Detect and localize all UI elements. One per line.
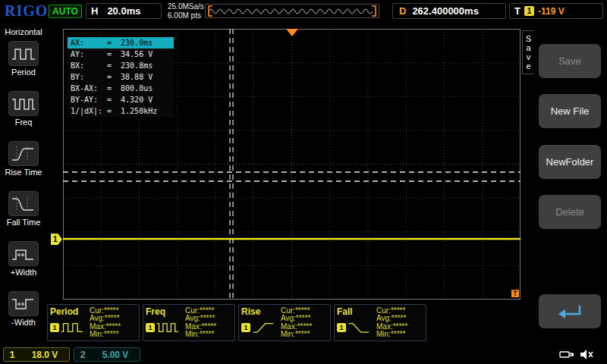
oscilloscope-screen: RIGOL AUTO H 20.0ms 25.0MSa/s 6.00M pts … bbox=[0, 0, 607, 364]
sidebar-item-fall-time[interactable]: Fall Time bbox=[0, 187, 47, 237]
rise-measure-icon bbox=[252, 321, 275, 334]
run-mode-badge: AUTO bbox=[49, 5, 82, 18]
horizontal-timebase-group[interactable]: H 20.0ms bbox=[86, 3, 162, 19]
trigger-level-marker[interactable] bbox=[511, 290, 519, 297]
memory-depth: 6.00M pts bbox=[168, 11, 204, 20]
channel-badge: 1 bbox=[50, 323, 59, 332]
measure-avg: Avg:***** bbox=[281, 315, 328, 322]
measure-min: Min:***** bbox=[281, 331, 328, 338]
channel2-badge[interactable]: 2 5.00 V bbox=[74, 347, 140, 362]
cursor-row-ay: AY: = 34.56 V bbox=[68, 49, 174, 60]
delay-value: 262.400000ms bbox=[412, 5, 478, 17]
usb-icon bbox=[559, 349, 574, 363]
measure-min: Min:***** bbox=[376, 331, 423, 338]
sidebar-item-plus-width[interactable]: +Width bbox=[0, 237, 47, 287]
delete-button[interactable]: Delete bbox=[539, 195, 601, 229]
trigger-position-marker[interactable] bbox=[286, 29, 298, 36]
timebase-value: 20.0ms bbox=[107, 5, 140, 17]
trigger-delay-group[interactable]: D 262.400000ms bbox=[392, 3, 506, 19]
measure-avg: Avg:***** bbox=[185, 315, 232, 322]
menu-tab-save[interactable]: Save bbox=[522, 30, 534, 74]
measure-min: Min:***** bbox=[185, 331, 232, 338]
sidebar-item-label: -Width bbox=[11, 318, 36, 327]
save-button[interactable]: Save bbox=[539, 44, 601, 78]
sidebar-item-period[interactable]: Period bbox=[0, 36, 47, 86]
measurement-title: Period bbox=[50, 306, 90, 317]
softkey-menu: Save Save New File NewFolder Delete bbox=[522, 23, 607, 346]
channel1-badge[interactable]: 1 18.0 V bbox=[3, 347, 70, 362]
channel-badge: 1 bbox=[146, 323, 155, 332]
sidebar-item-label: Freq bbox=[15, 118, 33, 127]
cursor-row-inv-dx: 1/|dX|: = 1.250kHz bbox=[68, 105, 174, 117]
channel2-id: 2 bbox=[74, 349, 91, 360]
sidebar-item-freq[interactable]: Freq bbox=[0, 86, 47, 136]
measurement-title: Fall bbox=[337, 306, 376, 317]
cursor-row-ax[interactable]: AX: = 230.0ms bbox=[68, 37, 174, 49]
period-icon bbox=[8, 41, 39, 66]
rise-time-icon bbox=[8, 141, 39, 166]
h-label: H bbox=[91, 5, 98, 17]
sidebar-item-rise-time[interactable]: Rise Time bbox=[0, 136, 47, 187]
waveform-preview-strip[interactable] bbox=[205, 4, 379, 18]
measure-min: Min:***** bbox=[90, 331, 137, 338]
d-label: D bbox=[399, 5, 406, 17]
new-folder-button[interactable]: NewFolder bbox=[539, 145, 601, 179]
sidebar-item-label: Period bbox=[11, 67, 36, 77]
sidebar-item-minus-width[interactable]: -Width bbox=[0, 287, 47, 337]
return-icon bbox=[555, 301, 585, 322]
measurement-panel-fall: Fall 1 Cur:***** Avg:***** Max:***** Min… bbox=[334, 304, 426, 341]
channel-badge: 1 bbox=[337, 323, 346, 332]
trigger-info-group[interactable]: T 1 -119 V bbox=[509, 3, 603, 19]
minus-width-icon bbox=[8, 291, 39, 316]
sample-rate: 25.0MSa/s bbox=[168, 2, 204, 11]
trigger-source-badge: 1 bbox=[524, 6, 534, 16]
measurement-panel-period: Period 1 Cur:***** Avg:***** Max:***** M… bbox=[47, 304, 140, 341]
trigger-level-value: -119 V bbox=[538, 6, 565, 17]
measure-avg: Avg:***** bbox=[90, 315, 137, 322]
measurement-panel-rise: Rise 1 Cur:***** Avg:***** Max:***** Min… bbox=[238, 304, 331, 341]
channel1-level-tag[interactable]: 1 bbox=[51, 234, 62, 245]
t-label: T bbox=[514, 5, 521, 17]
fall-measure-icon bbox=[348, 321, 370, 334]
cursor-row-bx-ax: BX-AX: = 800.0us bbox=[68, 83, 174, 94]
new-file-button[interactable]: New File bbox=[539, 94, 601, 128]
acquisition-info: 25.0MSa/s 6.00M pts bbox=[168, 2, 204, 20]
measurement-readout-row: Period 1 Cur:***** Avg:***** Max:***** M… bbox=[47, 304, 426, 342]
preview-waveform-icon bbox=[206, 5, 379, 17]
channel2-scale: 5.00 V bbox=[91, 350, 140, 360]
cursor-measurement-panel: AX: = 230.0ms AY: = 34.56 V BX: = 230.8m… bbox=[68, 36, 174, 118]
period-measure-icon bbox=[61, 321, 83, 334]
bottom-status-bar: 1 18.0 V 2 5.00 V bbox=[0, 346, 607, 364]
freq-measure-icon bbox=[156, 321, 179, 334]
measurement-title: Freq bbox=[146, 306, 185, 317]
channel1-scale: 18.0 V bbox=[20, 350, 69, 360]
cursor-row-bx: BX: = 230.8ms bbox=[68, 60, 174, 71]
sidebar-item-label: +Width bbox=[11, 268, 37, 277]
cursor-row-by-ay: BY-AY: = 4.320 V bbox=[68, 94, 174, 105]
channel1-id: 1 bbox=[4, 349, 20, 360]
sidebar-item-label: Fall Time bbox=[7, 218, 41, 227]
sidebar-item-label: Rise Time bbox=[5, 168, 42, 177]
plus-width-icon bbox=[8, 241, 39, 266]
back-button[interactable] bbox=[539, 294, 601, 328]
measure-avg: Avg:***** bbox=[376, 315, 423, 322]
top-status-bar: RIGOL AUTO H 20.0ms 25.0MSa/s 6.00M pts … bbox=[0, 0, 607, 23]
freq-icon bbox=[8, 91, 39, 116]
fall-time-icon bbox=[8, 191, 39, 216]
measure-category-title: Horizontal bbox=[0, 27, 47, 36]
measurement-panel-freq: Freq 1 Cur:***** Avg:***** Max:***** Min… bbox=[143, 304, 235, 341]
speaker-mute-icon[interactable] bbox=[579, 348, 594, 364]
cursor-row-by: BY: = 38.88 V bbox=[68, 71, 174, 83]
measure-sidebar: Horizontal Period Freq Rise Time Fall Ti… bbox=[0, 23, 47, 346]
channel-badge: 1 bbox=[241, 323, 250, 332]
measurement-title: Rise bbox=[241, 306, 281, 317]
